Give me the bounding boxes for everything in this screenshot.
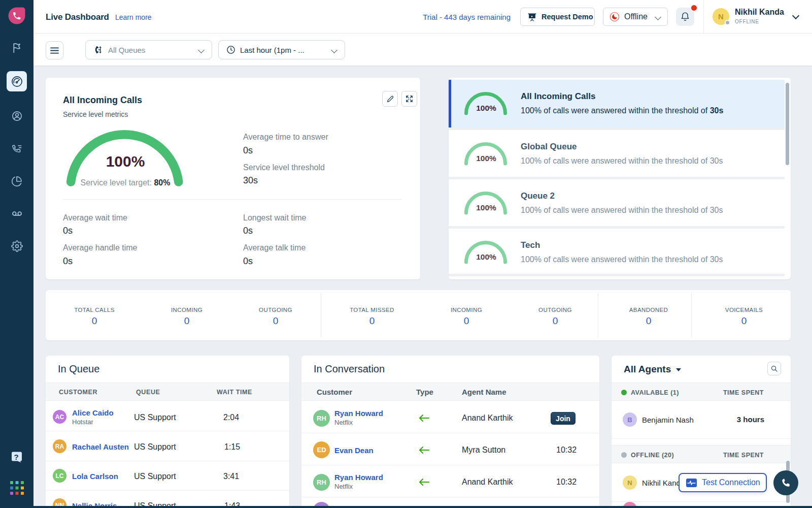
svg-text:100%: 100% <box>476 104 496 112</box>
svg-text:100%: 100% <box>476 203 496 212</box>
svg-text:100%: 100% <box>476 252 496 261</box>
svg-text:?: ? <box>14 453 18 461</box>
svg-text:100%: 100% <box>476 154 496 163</box>
